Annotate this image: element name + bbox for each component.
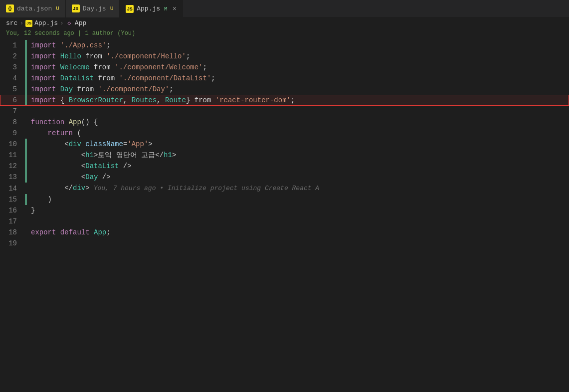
breadcrumb-appjs: App.js — [34, 19, 58, 27]
code-line-19: 19 — [0, 238, 569, 249]
line-number-9: 9 — [0, 129, 25, 137]
line-content-14: </div>You, 7 hours ago • Initialize proj… — [27, 183, 569, 194]
line-number-8: 8 — [0, 118, 25, 126]
git-indicator-17 — [25, 216, 27, 227]
line-content-3: import Welocme from './component/Welcome… — [27, 62, 569, 73]
code-line-10: 10 <div className='App'> — [0, 139, 569, 150]
code-line-1: 1 import './App.css'; — [0, 40, 569, 51]
line-content-13: <Day /> — [27, 172, 569, 183]
breadcrumb-component-icon: ◇ — [66, 20, 73, 27]
code-line-17: 17 — [0, 216, 569, 227]
line-content-5: import Day from './component/Day'; — [27, 84, 569, 95]
code-line-7: 7 — [0, 106, 569, 117]
tab-badge-app-js: M — [164, 6, 168, 12]
line-content-2: import Hello from './component/Hello'; — [27, 51, 569, 62]
tab-bar: {} data.json U JS Day.js U JS App.js M × — [0, 0, 569, 17]
tab-app-js[interactable]: JS App.js M × — [120, 0, 183, 17]
code-line-13: 13 <Day /> — [0, 172, 569, 183]
tab-label-day-js: Day.js — [83, 5, 106, 12]
line-number-16: 16 — [0, 206, 25, 214]
line-number-5: 5 — [0, 85, 25, 93]
tab-badge-data-json: U — [56, 5, 59, 11]
line-number-17: 17 — [0, 217, 25, 225]
line-number-7: 7 — [0, 107, 25, 115]
code-line-8: 8 function App() { — [0, 117, 569, 128]
git-indicator-19 — [25, 238, 27, 249]
code-line-6: 6 import { BrowserRouter, Routes, Route}… — [0, 95, 569, 106]
git-blame-text: You, 12 seconds ago | 1 author (You) — [6, 30, 135, 37]
inline-blame-14: You, 7 hours ago • Initialize project us… — [94, 185, 319, 192]
code-line-12: 12 <DataList /> — [0, 161, 569, 172]
tab-close-button[interactable]: × — [173, 5, 177, 13]
line-number-10: 10 — [0, 140, 25, 148]
line-number-2: 2 — [0, 52, 25, 60]
code-line-9: 9 return ( — [0, 128, 569, 139]
line-content-18: export default App; — [27, 227, 569, 238]
line-number-1: 1 — [0, 41, 25, 49]
line-content-16: } — [27, 205, 569, 216]
line-content-6: import { BrowserRouter, Routes, Route} f… — [27, 95, 569, 106]
line-number-15: 15 — [0, 196, 25, 203]
line-number-14: 14 — [0, 185, 25, 193]
line-number-11: 11 — [0, 151, 25, 159]
breadcrumb-js-icon: JS — [25, 20, 32, 27]
code-line-16: 16 } — [0, 205, 569, 216]
code-editor: 1 import './App.css'; 2 import Hello fro… — [0, 40, 569, 249]
code-line-11: 11 <h1>토익 영단어 고급</h1> — [0, 150, 569, 161]
line-number-3: 3 — [0, 63, 25, 71]
code-line-5: 5 import Day from './component/Day'; — [0, 84, 569, 95]
line-number-13: 13 — [0, 173, 25, 181]
line-number-12: 12 — [0, 162, 25, 170]
line-number-6: 6 — [0, 96, 25, 104]
line-content-11: <h1>토익 영단어 고급</h1> — [27, 150, 569, 161]
line-content-8: function App() { — [27, 117, 569, 128]
code-line-18: 18 export default App; — [0, 227, 569, 238]
breadcrumb: src › JS App.js › ◇ App — [0, 17, 569, 29]
breadcrumb-sep-1: › — [19, 19, 23, 27]
tab-label-data-json: data.json — [17, 5, 52, 12]
line-content-1: import './App.css'; — [27, 40, 569, 51]
tab-badge-day-js: U — [110, 5, 114, 11]
tab-label-app-js: App.js — [137, 5, 160, 12]
code-line-14: 14 </div>You, 7 hours ago • Initialize p… — [0, 183, 569, 194]
code-line-4: 4 import DataList from './component/Data… — [0, 73, 569, 84]
tab-data-json[interactable]: {} data.json U — [0, 0, 66, 17]
breadcrumb-app-component: App — [75, 19, 86, 27]
git-blame-header: You, 12 seconds ago | 1 author (You) — [0, 29, 569, 40]
code-line-3: 3 import Welocme from './component/Welco… — [0, 62, 569, 73]
line-content-12: <DataList /> — [27, 161, 569, 172]
tab-day-js[interactable]: JS Day.js U — [66, 0, 120, 17]
code-line-15: 15 ) — [0, 194, 569, 205]
js-icon-day: JS — [72, 4, 80, 12]
js-icon-app: JS — [126, 5, 134, 13]
json-icon: {} — [6, 4, 14, 12]
code-line-2: 2 import Hello from './component/Hello'; — [0, 51, 569, 62]
line-number-18: 18 — [0, 228, 25, 236]
line-content-10: <div className='App'> — [27, 139, 569, 150]
line-number-4: 4 — [0, 74, 25, 82]
line-content-9: return ( — [27, 128, 569, 139]
line-content-4: import DataList from './component/DataLi… — [27, 73, 569, 84]
line-content-15: ) — [27, 194, 569, 205]
line-number-19: 19 — [0, 239, 25, 247]
breadcrumb-src: src — [6, 19, 17, 27]
breadcrumb-sep-2: › — [60, 19, 64, 27]
git-indicator-7 — [25, 106, 27, 117]
